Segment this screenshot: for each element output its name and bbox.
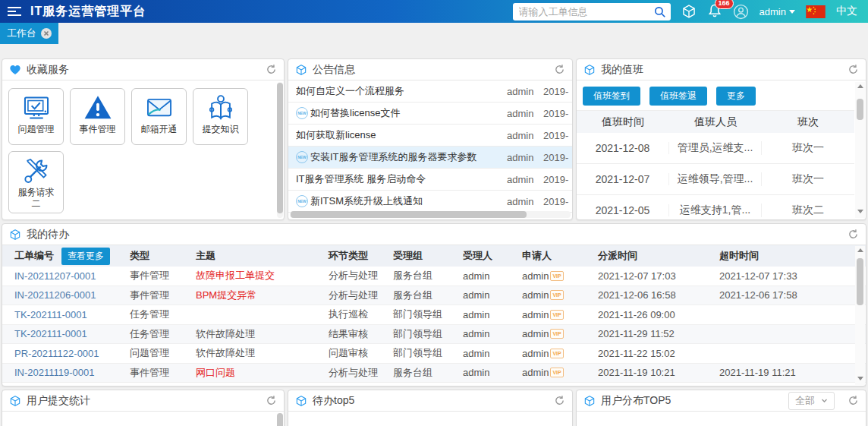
refresh-icon[interactable] [554,64,565,75]
new-icon: NEW [296,107,308,119]
language-switcher[interactable]: 中文 [836,5,857,18]
order-id-link[interactable]: IN-20211206-0001 [14,289,130,301]
refresh-icon[interactable] [848,64,859,75]
col-dispatch-time: 分派时间 [598,249,719,263]
service-card-knowledge[interactable]: 提交知识 [193,88,248,145]
duty-row[interactable]: 2021-12-08 管理员,运维支... 班次一 [577,133,854,164]
scroll-up-icon[interactable] [857,84,863,88]
duty-more-button[interactable]: 更多 [716,87,756,106]
new-icon: NEW [296,151,308,163]
service-label: 提交知识 [203,124,239,135]
scrollbar-vertical[interactable] [277,413,283,426]
duty-sign-in-button[interactable]: 值班签到 [583,87,640,106]
announcement-title: 如何替换license文件 [310,106,507,120]
duty-row[interactable]: 2021-12-05 运维支持1,管... 班次二 [577,195,854,220]
order-type: 事件管理 [130,289,196,302]
menu-toggle-icon[interactable] [8,5,23,18]
col-subject: 主题 [196,249,329,263]
announcement-item[interactable]: NEW 安装IT服务管理系统的服务器要求参数 admin 2019- [288,147,572,169]
announcement-item[interactable]: NEW IT服务管理系统 服务启动命令 admin 2019- [288,169,572,191]
announcement-title: 如何自定义一个流程服务 [296,84,507,98]
announcement-date: 2019- [543,174,572,185]
order-timeout-time: 2021-12-06 17:58 [719,289,866,301]
duty-sign-out-button[interactable]: 值班签退 [649,87,707,106]
order-id-link[interactable]: TK-202111-0001 [14,309,130,320]
work-order-search [513,3,671,21]
search-input[interactable] [513,3,671,21]
service-card-request[interactable]: 服务请求二 [8,151,64,213]
col-type: 类型 [130,249,196,263]
reading-book-icon [206,93,235,122]
cube-icon [583,395,596,407]
col-handling-group: 受理组 [393,249,463,263]
search-icon[interactable] [653,5,666,18]
order-group: 部门领导组 [393,327,463,341]
order-step: 问题审核 [329,346,393,360]
order-id-link[interactable]: PR-20211122-0001 [14,348,130,359]
service-label: 服务请求二 [17,187,56,210]
user-menu[interactable]: admin [760,6,795,17]
app-title: IT服务运营管理平台 [30,4,146,20]
tab-label: 工作台 [7,27,36,40]
announcement-title: 如何获取新license [296,128,507,142]
order-applicant: admin [522,289,549,301]
table-row[interactable]: IN-20211119-0001 事件管理 网口问题 分析与处理 服务台组 ad… [2,364,866,383]
user-submit-chart [2,412,284,426]
order-group: 服务台组 [393,366,463,380]
announcement-item[interactable]: NEW 如何获取新license admin 2019- [288,125,572,147]
panel-favorite-services: 收藏服务 问题管理 事件管理 邮箱开通 提交知识 服务请求二 [2,58,285,220]
duty-shift: 班次一 [762,172,854,186]
todo-table-header: 工单编号 查看更多 类型 主题 环节类型 受理组 受理人 申请人 分派时间 超时… [2,245,866,267]
table-row[interactable]: IN-20211207-0001 事件管理 故障申报工单提交 分析与处理 服务台… [2,267,866,286]
col-duty-time: 值班时间 [577,115,669,129]
panel-title: 用户提交统计 [27,394,90,408]
service-card-problem[interactable]: 问题管理 [8,88,64,145]
scroll-down-icon[interactable] [857,377,863,380]
vip-badge: VIP [550,329,563,339]
table-row[interactable]: PR-20211122-0001 问题管理 软件故障处理 问题审核 部门领导组 … [2,344,866,364]
apps-cube-icon[interactable] [681,4,697,19]
scope-filter-dropdown[interactable]: 全部 [788,392,835,410]
tab-workbench[interactable]: 工作台 [0,23,58,44]
view-more-button[interactable]: 查看更多 [61,248,110,265]
refresh-icon[interactable] [848,229,859,240]
announcement-item[interactable]: NEW 如何替换license文件 admin 2019- [288,103,572,125]
refresh-icon[interactable] [848,395,859,406]
announcement-date: 2019- [543,152,572,163]
scrollbar-horizontal[interactable] [290,211,571,218]
order-id-link[interactable]: IN-20211119-0001 [14,367,130,378]
order-applicant: admin [522,270,549,282]
scrollbar-vertical[interactable] [855,246,865,385]
announcement-author: admin [507,174,543,185]
table-row[interactable]: TK-202111-0001 任务管理 执行巡检 部门领导组 admin adm… [2,305,866,325]
service-card-incident[interactable]: 事件管理 [70,88,125,145]
announcement-item[interactable]: NEW 如何自定义一个流程服务 admin 2019- [288,80,572,103]
scroll-up-icon[interactable] [857,248,863,252]
tools-icon [22,156,51,185]
scrollbar-vertical[interactable] [277,82,283,218]
scroll-down-icon[interactable] [857,210,863,213]
tab-close-icon[interactable] [41,28,52,39]
duty-row[interactable]: 2021-12-07 运维领导,管理... 班次一 [577,164,854,195]
announcement-item[interactable]: NEW 新ITSM系统升级上线通知 admin 2019- [288,191,572,213]
china-flag-icon[interactable] [806,5,826,18]
avatar[interactable] [733,4,749,20]
order-dispatch-time: 2021-12-07 17:03 [598,270,719,282]
duty-person: 运维支持1,管... [669,204,762,217]
table-row[interactable]: TK-202111-0001 任务管理 软件故障处理 结果审核 部门领导组 ad… [2,325,866,345]
scrollbar-vertical[interactable] [855,82,865,218]
refresh-icon[interactable] [266,395,277,406]
order-handler: admin [463,270,522,282]
order-id-link[interactable]: IN-20211207-0001 [14,270,130,282]
refresh-icon[interactable] [266,64,277,75]
order-dispatch-time: 2021-11-26 09:00 [598,309,719,320]
email-icon [145,93,174,122]
notifications[interactable]: 166 [707,3,722,21]
cube-icon [9,229,21,241]
order-subject: 软件故障处理 [196,346,329,360]
order-handler: admin [463,309,522,320]
service-card-mailbox[interactable]: 邮箱开通 [131,88,187,145]
order-id-link[interactable]: TK-202111-0001 [14,328,130,339]
refresh-icon[interactable] [554,395,565,406]
table-row[interactable]: IN-20211206-0001 事件管理 BPM提交异常 分析与处理 服务台组… [2,286,866,306]
